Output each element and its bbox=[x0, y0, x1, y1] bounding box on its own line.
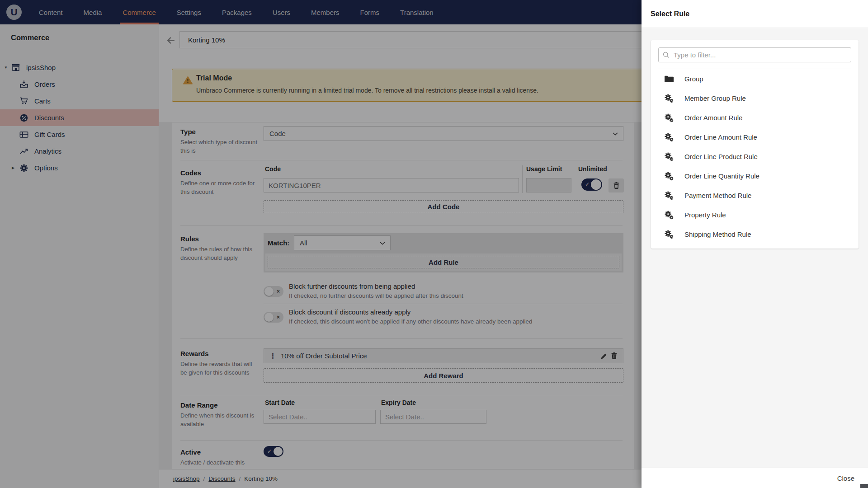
rule-option-label: Order Line Quantity Rule bbox=[684, 172, 760, 180]
scrollbar-corner[interactable] bbox=[860, 484, 868, 488]
rule-option-shipping-method[interactable]: Shipping Method Rule bbox=[658, 225, 851, 244]
rule-option-payment-method[interactable]: Payment Method Rule bbox=[658, 186, 851, 205]
rule-option-order-line-product[interactable]: Order Line Product Rule bbox=[658, 147, 851, 166]
cogs-icon bbox=[664, 152, 674, 162]
rule-option-label: Payment Method Rule bbox=[684, 192, 751, 199]
close-button[interactable]: Close bbox=[837, 474, 854, 482]
cogs-icon bbox=[664, 210, 674, 220]
rule-picker-card: Group Member Group Rule Order Amount Rul… bbox=[651, 40, 859, 249]
rule-option-order-amount[interactable]: Order Amount Rule bbox=[658, 108, 851, 127]
folder-icon bbox=[664, 74, 674, 84]
rule-option-order-line-quantity[interactable]: Order Line Quantity Rule bbox=[658, 166, 851, 186]
rule-option-order-line-amount[interactable]: Order Line Amount Rule bbox=[658, 127, 851, 147]
filter-field bbox=[658, 47, 851, 62]
rule-option-label: Group bbox=[684, 75, 703, 83]
rule-option-label: Order Line Amount Rule bbox=[684, 133, 757, 141]
cogs-icon bbox=[664, 94, 674, 103]
rule-option-label: Member Group Rule bbox=[684, 94, 746, 102]
panel-title: Select Rule bbox=[651, 10, 689, 18]
search-icon bbox=[662, 51, 670, 59]
rule-option-label: Order Amount Rule bbox=[684, 114, 742, 122]
rule-option-member-group[interactable]: Member Group Rule bbox=[658, 89, 851, 108]
panel-header: Select Rule bbox=[642, 0, 868, 28]
umbraco-commerce-backoffice: U Content Media Commerce Settings Packag… bbox=[0, 0, 868, 488]
rule-option-label: Property Rule bbox=[684, 211, 726, 219]
panel-footer: Close bbox=[642, 468, 868, 488]
select-rule-panel: Select Rule Group bbox=[642, 0, 868, 488]
cogs-icon bbox=[664, 191, 674, 201]
cogs-icon bbox=[664, 230, 674, 239]
rule-list: Group Member Group Rule Order Amount Rul… bbox=[658, 69, 851, 244]
rule-option-group[interactable]: Group bbox=[658, 69, 851, 89]
filter-input[interactable] bbox=[658, 47, 851, 62]
modal-overlay[interactable] bbox=[0, 0, 642, 488]
cogs-icon bbox=[664, 113, 674, 123]
rule-option-label: Shipping Method Rule bbox=[684, 230, 751, 238]
cogs-icon bbox=[664, 132, 674, 142]
cogs-icon bbox=[664, 171, 674, 181]
rule-option-property[interactable]: Property Rule bbox=[658, 205, 851, 225]
rule-option-label: Order Line Product Rule bbox=[684, 153, 758, 160]
